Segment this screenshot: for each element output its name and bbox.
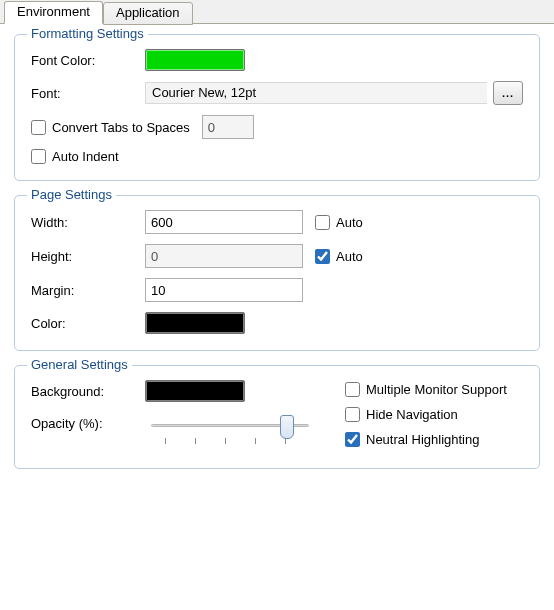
page-color-picker[interactable] [145, 312, 245, 334]
slider-tick [195, 438, 196, 444]
font-color-picker[interactable] [145, 49, 245, 71]
slider-thumb[interactable] [280, 415, 294, 439]
height-auto-checkbox[interactable]: Auto [315, 249, 435, 264]
convert-tabs-value[interactable] [202, 115, 254, 139]
font-display: Courier New, 12pt [145, 82, 487, 104]
tab-panel-environment: Formatting Settings Font Color: Font: Co… [0, 24, 554, 495]
group-general: General Settings Background: Opacity (%)… [14, 365, 540, 469]
width-auto-label: Auto [336, 215, 363, 230]
margin-input[interactable] [145, 278, 303, 302]
multi-monitor-label: Multiple Monitor Support [366, 382, 507, 397]
slider-tick [225, 438, 226, 444]
height-auto-label: Auto [336, 249, 363, 264]
background-color-picker[interactable] [145, 380, 245, 402]
group-page-legend: Page Settings [27, 187, 116, 202]
tab-strip: Environment Application [0, 0, 554, 24]
auto-indent-input[interactable] [31, 149, 46, 164]
multi-monitor-checkbox[interactable]: Multiple Monitor Support [345, 382, 507, 397]
neutral-hl-label: Neutral Highlighting [366, 432, 479, 447]
page-color-label: Color: [31, 316, 145, 331]
opacity-label: Opacity (%): [31, 412, 145, 431]
font-browse-button[interactable]: ... [493, 81, 523, 105]
width-input[interactable] [145, 210, 303, 234]
font-label: Font: [31, 86, 145, 101]
slider-tick [255, 438, 256, 444]
auto-indent-checkbox[interactable]: Auto Indent [31, 149, 119, 164]
font-color-label: Font Color: [31, 53, 145, 68]
tab-environment[interactable]: Environment [4, 1, 103, 24]
width-label: Width: [31, 215, 145, 230]
width-auto-checkbox[interactable]: Auto [315, 215, 435, 230]
opacity-slider[interactable] [145, 412, 315, 452]
hide-nav-input[interactable] [345, 407, 360, 422]
hide-nav-label: Hide Navigation [366, 407, 458, 422]
group-page: Page Settings Width: Auto Height: Auto M… [14, 195, 540, 351]
group-formatting: Formatting Settings Font Color: Font: Co… [14, 34, 540, 181]
height-label: Height: [31, 249, 145, 264]
neutral-hl-input[interactable] [345, 432, 360, 447]
convert-tabs-checkbox[interactable]: Convert Tabs to Spaces [31, 120, 190, 135]
margin-label: Margin: [31, 283, 145, 298]
background-label: Background: [31, 384, 145, 399]
neutral-hl-checkbox[interactable]: Neutral Highlighting [345, 432, 507, 447]
hide-nav-checkbox[interactable]: Hide Navigation [345, 407, 507, 422]
convert-tabs-label: Convert Tabs to Spaces [52, 120, 190, 135]
height-input[interactable] [145, 244, 303, 268]
height-auto-input[interactable] [315, 249, 330, 264]
slider-tick [165, 438, 166, 444]
width-auto-input[interactable] [315, 215, 330, 230]
multi-monitor-input[interactable] [345, 382, 360, 397]
group-formatting-legend: Formatting Settings [27, 26, 148, 41]
group-general-legend: General Settings [27, 357, 132, 372]
tab-application[interactable]: Application [103, 2, 193, 25]
convert-tabs-input[interactable] [31, 120, 46, 135]
auto-indent-label: Auto Indent [52, 149, 119, 164]
